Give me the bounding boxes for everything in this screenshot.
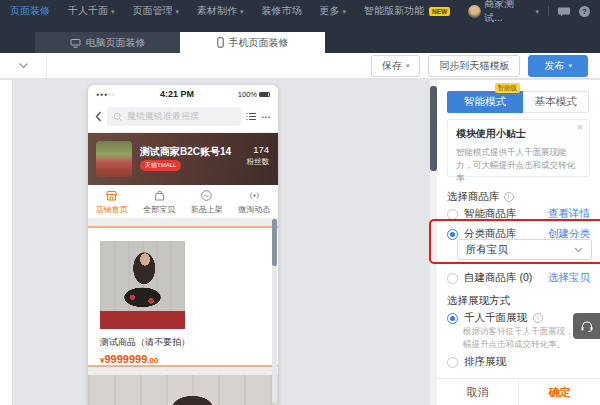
- tip-title: 模块使用小贴士: [456, 127, 581, 141]
- nav-item-page-decorate[interactable]: 页面装修: [10, 4, 50, 18]
- phone-search-row: 魔镜魔镜谁最摇摆 •••: [88, 103, 278, 130]
- radio-unselected[interactable]: [447, 209, 458, 220]
- caret-down-icon: ▾: [536, 8, 540, 15]
- cancel-button[interactable]: 取消: [437, 379, 519, 405]
- nav-item-qianren[interactable]: 千人千面▾: [68, 4, 115, 18]
- nav-item-material[interactable]: 素材制作▾: [197, 4, 244, 18]
- user-menu[interactable]: 商家测试... ▾: [468, 0, 539, 25]
- tip-body: 智能模式提供千人千面展现能力，可大幅提升点击和成交转化率: [456, 146, 581, 186]
- product-price: ¥9999999.00: [100, 349, 158, 367]
- shopnav-home[interactable]: 店铺首页: [88, 185, 136, 218]
- chevron-down-icon: [574, 247, 583, 253]
- tip-box: × 模块使用小贴士 智能模式提供千人千面展现能力，可大幅提升点击和成交转化率: [447, 119, 590, 177]
- shopnav-all-items[interactable]: 全部宝贝: [136, 185, 184, 218]
- tab-basic-mode[interactable]: 基本模式: [523, 91, 589, 113]
- info-icon: i: [533, 313, 543, 323]
- battery-icon: [259, 92, 270, 97]
- select-items-link[interactable]: 选择宝贝: [548, 271, 590, 285]
- product-image: [100, 241, 185, 329]
- save-button[interactable]: 保存▾: [371, 55, 421, 77]
- divider: [548, 6, 549, 16]
- caret-down-icon: ▾: [568, 62, 572, 69]
- option-smart-library[interactable]: 智能商品库 查看详情: [447, 207, 590, 221]
- caret-down-icon: ▾: [176, 8, 180, 15]
- display-heading: 选择展现方式: [447, 294, 510, 308]
- caret-down-icon: ▾: [406, 62, 410, 69]
- nav-item-smart-new[interactable]: 智能版新功能NEW: [364, 4, 450, 18]
- signal-icon: ●●●○○: [96, 91, 116, 97]
- sync-tmall-button[interactable]: 同步到天猫模板: [428, 55, 520, 77]
- module-gap: [88, 218, 278, 226]
- user-name: 商家测试...: [484, 0, 532, 25]
- collapsed-left-panel[interactable]: [0, 80, 13, 405]
- nav-item-page-manage[interactable]: 页面管理▾: [133, 4, 180, 18]
- next-module-image[interactable]: [88, 375, 278, 405]
- sidebar-scrollbar-thumb[interactable]: [430, 86, 437, 171]
- nav-menu: 页面装修 千人千面▾ 页面管理▾ 素材制作▾ 装修市场 更多▾ 智能版新功能NE…: [10, 4, 468, 18]
- view-details-link[interactable]: 查看详情: [548, 207, 590, 221]
- phone-status-bar: ●●●○○ 4:21 PM 100%: [88, 85, 278, 103]
- chevron-down-icon: [18, 62, 29, 69]
- shopnav-new-arrivals[interactable]: 新品上架: [183, 185, 231, 218]
- close-icon[interactable]: ×: [577, 121, 583, 133]
- module-gap: [88, 367, 278, 375]
- customer-service-button[interactable]: [573, 313, 600, 339]
- caret-down-icon: ▾: [343, 8, 347, 15]
- broadcast-icon: [248, 189, 261, 202]
- radio-unselected[interactable]: [447, 357, 458, 368]
- bag-icon: [153, 189, 166, 202]
- radio-unselected[interactable]: [447, 273, 458, 284]
- mode-tabs: 智能版 智能模式 基本模式: [447, 91, 589, 113]
- tmall-badge: 天猫TMALL: [140, 160, 181, 171]
- radio-selected[interactable]: [447, 313, 458, 324]
- back-icon: [95, 111, 102, 122]
- option-sorted-display[interactable]: 排序展现: [447, 355, 590, 369]
- status-time: 4:21 PM: [116, 89, 238, 99]
- new-arrivals-icon: [200, 189, 213, 202]
- mobile-preview: ●●●○○ 4:21 PM 100% 魔镜魔镜谁最摇摆 ••• 测试商家B2C账…: [88, 85, 278, 405]
- tab-smart-mode[interactable]: 智能版 智能模式: [447, 91, 523, 113]
- decorate-tabs: 电脑页面装修 手机页面装修: [35, 32, 325, 53]
- message-icon[interactable]: [558, 6, 570, 17]
- shop-banner-module[interactable]: 测试商家B2C账号14 天猫TMALL 174 粉丝数: [88, 133, 278, 185]
- product-title: 测试商品（请不要拍）: [100, 336, 190, 349]
- more-dots-icon: •••: [262, 114, 271, 120]
- caret-down-icon: ▾: [240, 8, 244, 15]
- headset-icon: [580, 320, 594, 332]
- settings-panel: 智能版 智能模式 基本模式 × 模块使用小贴士 智能模式提供千人千面展现能力，可…: [437, 80, 600, 405]
- category-dropdown[interactable]: 所有宝贝: [457, 239, 592, 260]
- tab-pc-decorate[interactable]: 电脑页面装修: [35, 32, 180, 53]
- option-personalized-display[interactable]: 千人千面展现 i: [447, 311, 590, 325]
- nav-item-market[interactable]: 装修市场: [262, 4, 302, 18]
- toolbar: 保存▾ 同步到天猫模板 发布▾: [0, 53, 600, 79]
- panel-actions: 取消 确定: [437, 378, 600, 405]
- help-icon[interactable]: ?: [579, 6, 590, 17]
- new-badge: NEW: [429, 7, 450, 16]
- search-icon: [113, 112, 123, 122]
- nav-item-more[interactable]: 更多▾: [320, 4, 347, 18]
- storefront-icon: [105, 189, 118, 202]
- list-icon: [246, 112, 257, 121]
- shopnav-weitao[interactable]: 微淘动态: [231, 185, 279, 218]
- radio-selected[interactable]: [447, 229, 458, 240]
- avatar: [468, 5, 481, 18]
- top-navbar: 页面装修 千人千面▾ 页面管理▾ 素材制作▾ 装修市场 更多▾ 智能版新功能NE…: [0, 0, 600, 22]
- library-heading: 选择商品库 i: [447, 190, 514, 204]
- option-custom-library[interactable]: 自建商品库 (0) 选择宝贝: [447, 271, 590, 285]
- battery-indicator: 100%: [238, 90, 270, 99]
- fans-stat: 174 粉丝数: [247, 144, 270, 167]
- search-input: 魔镜魔镜谁最摇摆: [107, 107, 241, 126]
- tab-mobile-decorate[interactable]: 手机页面装修: [180, 32, 325, 53]
- caret-down-icon: ▾: [111, 8, 115, 15]
- nav-right: 商家测试... ▾ ?: [468, 0, 590, 25]
- module-scrollbar-thumb[interactable]: [272, 219, 277, 266]
- phone-icon: [217, 37, 224, 48]
- page-select-dropdown[interactable]: [0, 53, 47, 78]
- app-header: 页面装修 千人千面▾ 页面管理▾ 素材制作▾ 装修市场 更多▾ 智能版新功能NE…: [0, 0, 600, 53]
- publish-button[interactable]: 发布▾: [528, 55, 588, 77]
- confirm-button[interactable]: 确定: [519, 379, 600, 405]
- shop-avatar: [96, 141, 132, 177]
- shop-nav-module[interactable]: 店铺首页 全部宝贝 新品上架 微淘动态: [88, 185, 278, 218]
- product-module-selected[interactable]: 测试商品（请不要拍） ¥9999999.00: [88, 226, 278, 367]
- info-icon: i: [504, 192, 514, 202]
